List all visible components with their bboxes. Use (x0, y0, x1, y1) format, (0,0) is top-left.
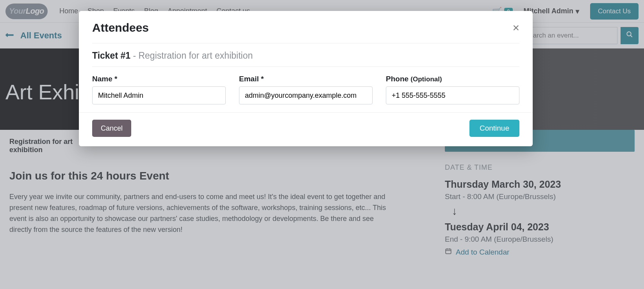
ticket-number: Ticket #1 (92, 50, 130, 61)
ticket-header: Ticket #1 - Registration for art exhibit… (92, 43, 519, 66)
name-label: Name * (92, 75, 226, 83)
email-input[interactable] (239, 86, 373, 104)
phone-input[interactable] (386, 86, 519, 104)
phone-optional-text: (Optional) (410, 75, 442, 83)
ticket-subtitle-text: - Registration for art exhibition (133, 50, 253, 61)
cancel-button[interactable]: Cancel (92, 120, 131, 137)
phone-label: Phone (Optional) (386, 75, 519, 83)
email-label: Email * (239, 75, 373, 83)
modal-title: Attendees (92, 21, 149, 34)
phone-label-text: Phone (386, 75, 410, 83)
continue-button[interactable]: Continue (469, 120, 519, 137)
name-input[interactable] (92, 86, 226, 104)
close-button[interactable]: × (512, 22, 519, 34)
divider (92, 66, 519, 67)
attendees-modal: Attendees × Ticket #1 - Registration for… (79, 11, 533, 146)
close-icon: × (512, 21, 519, 34)
